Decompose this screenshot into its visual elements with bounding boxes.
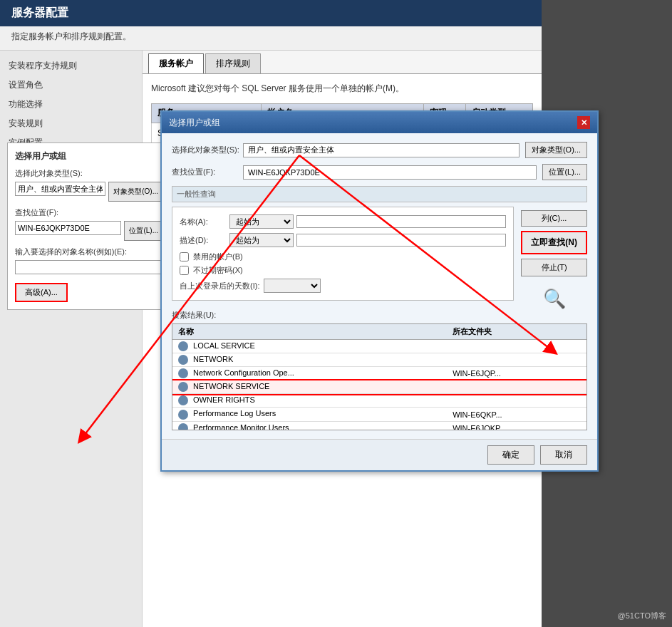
sidebar-item-install-rules[interactable]: 安装程序支持规则 xyxy=(0,56,142,76)
main-title: 服务器配置 xyxy=(0,0,542,26)
search-left: 名称(A): 起始为 描述(D): 起始为 xyxy=(172,207,514,310)
result-name: OWNER RIGHTS xyxy=(172,394,447,408)
search-main: 名称(A): 起始为 描述(D): 起始为 xyxy=(172,207,587,310)
bg-location-label: 查找位置(F): xyxy=(15,207,163,218)
user-icon xyxy=(178,382,188,392)
user-icon xyxy=(178,355,188,365)
result-name: Performance Log Users xyxy=(172,408,447,421)
results-label: 搜索结果(U): xyxy=(172,310,587,321)
bg-location-input[interactable] xyxy=(15,221,121,235)
result-folder xyxy=(447,353,586,367)
sidebar: 安装程序支持规则 设置角色 功能选择 安装规则 实例配置 磁盘空间要求 服务器配… xyxy=(0,51,143,627)
dialog-close-btn[interactable]: ✕ xyxy=(577,116,590,129)
bg-object-type-btn[interactable]: 对象类型(O)... xyxy=(108,182,163,202)
search-now-btn[interactable]: 立即查找(N) xyxy=(521,231,587,254)
list-item[interactable]: NETWORK xyxy=(172,353,586,367)
list-item[interactable]: Performance Log Users WIN-E6QKP... xyxy=(172,408,586,421)
dialog-title-bar: 选择用户或组 ✕ xyxy=(162,112,597,133)
name-condition-select[interactable]: 起始为 xyxy=(229,214,294,229)
dialog-footer: 确定 取消 xyxy=(162,439,597,470)
result-name: NETWORK SERVICE xyxy=(172,380,447,394)
tab-collation[interactable]: 排序规则 xyxy=(205,53,261,73)
dialog-body: 选择此对象类型(S): 对象类型(O)... 查找位置(F): 位置(L)...… xyxy=(162,133,597,439)
search-form: 名称(A): 起始为 描述(D): 起始为 xyxy=(172,207,514,301)
no-expire-pwd-label: 不过期密码(X) xyxy=(193,265,243,276)
main-subtitle: 指定服务帐户和排序规则配置。 xyxy=(0,26,542,51)
result-folder: WIN-E6QKP... xyxy=(447,408,586,421)
sidebar-item-install-rules2[interactable]: 安装规则 xyxy=(0,114,142,133)
result-name: NETWORK xyxy=(172,353,447,367)
user-icon xyxy=(178,368,188,378)
result-name: LOCAL SERVICE xyxy=(172,340,447,353)
sidebar-item-feature-select[interactable]: 功能选择 xyxy=(0,95,142,114)
bg-location-btn[interactable]: 位置(L)... xyxy=(124,221,163,241)
bg-input-label: 输入要选择的对象名称(例如)(E): xyxy=(15,247,163,257)
location-btn[interactable]: 位置(L)... xyxy=(542,164,587,180)
stop-btn[interactable]: 停止(T) xyxy=(521,259,587,276)
list-item[interactable]: LOCAL SERVICE xyxy=(172,340,586,353)
object-type-btn[interactable]: 对象类型(O)... xyxy=(525,142,587,158)
col-folder-header: 所在文件夹 xyxy=(447,324,586,340)
result-name: Network Configuration Ope... xyxy=(172,367,447,380)
cancel-btn[interactable]: 取消 xyxy=(540,445,587,465)
bg-object-type-input[interactable] xyxy=(15,182,105,196)
tabs-container: 服务帐户 排序规则 xyxy=(143,51,542,74)
disabled-accounts-row: 禁用的帐户(B) xyxy=(180,252,506,262)
desc-value-input[interactable] xyxy=(296,234,506,247)
name-value-input[interactable] xyxy=(296,215,506,228)
location-label: 查找位置(F): xyxy=(172,167,243,177)
name-search-row: 名称(A): 起始为 xyxy=(180,214,506,229)
result-name: Performance Monitor Users xyxy=(172,421,447,430)
results-table-wrapper: 名称 所在文件夹 LOCAL SERVICE xyxy=(172,323,587,430)
bg-object-input[interactable] xyxy=(15,260,163,274)
bg-select-user-dialog: 选择用户或组 选择此对象类型(S): 对象类型(O)... 查找位置(F): 位… xyxy=(7,142,171,310)
results-header-row: 名称 所在文件夹 xyxy=(172,324,586,340)
bg-dialog-title: 选择用户或组 xyxy=(15,150,163,162)
object-type-row: 选择此对象类型(S): 对象类型(O)... xyxy=(172,142,587,158)
tab-service-account[interactable]: 服务帐户 xyxy=(148,53,204,73)
desc-label: 描述(D): xyxy=(180,235,229,246)
user-icon xyxy=(178,395,188,405)
list-item[interactable]: NETWORK SERVICE xyxy=(172,380,586,394)
object-type-label: 选择此对象类型(S): xyxy=(172,145,243,155)
desc-condition-select[interactable]: 起始为 xyxy=(229,233,294,247)
sidebar-item-setup-role[interactable]: 设置角色 xyxy=(0,76,142,95)
select-user-dialog: 选择用户或组 ✕ 选择此对象类型(S): 对象类型(O)... 查找位置(F):… xyxy=(160,110,599,472)
col-name-header: 名称 xyxy=(172,324,447,340)
result-folder xyxy=(447,394,586,408)
search-buttons: 列(C)... 立即查找(N) 停止(T) 🔍 xyxy=(521,207,587,310)
search-icon-container: 🔍 xyxy=(521,288,587,310)
days-select[interactable] xyxy=(264,279,321,293)
result-folder: WIN-E6JQKP... xyxy=(447,421,586,430)
general-query-section: 一般性查询 xyxy=(172,186,587,202)
no-expire-pwd-checkbox[interactable] xyxy=(180,266,189,275)
no-expire-pwd-row: 不过期密码(X) xyxy=(180,265,506,276)
notice-text: Microsoft 建议您对每个 SQL Server 服务使用一个单独的帐户(… xyxy=(151,83,533,95)
location-input[interactable] xyxy=(243,165,537,180)
list-item[interactable]: Network Configuration Ope... WIN-E6JQP..… xyxy=(172,367,586,380)
list-item[interactable]: Performance Monitor Users WIN-E6JQKP... xyxy=(172,421,586,430)
subtitle-text: 指定服务帐户和排序规则配置。 xyxy=(11,31,131,41)
days-label: 自上次登录后的天数(I): xyxy=(180,281,259,291)
disabled-accounts-checkbox[interactable] xyxy=(180,252,189,261)
user-icon xyxy=(178,341,188,351)
results-section: 搜索结果(U): 名称 所在文件夹 LOCAL SERVICE xyxy=(172,310,587,430)
confirm-btn[interactable]: 确定 xyxy=(487,445,534,465)
advanced-btn[interactable]: 高级(A)... xyxy=(15,283,68,302)
result-folder xyxy=(447,340,586,353)
results-table: 名称 所在文件夹 LOCAL SERVICE xyxy=(172,324,586,430)
watermark: @51CTO博客 xyxy=(618,611,666,621)
name-label: 名称(A): xyxy=(180,217,229,227)
title-text: 服务器配置 xyxy=(11,6,68,19)
user-icon xyxy=(178,423,188,430)
result-folder: WIN-E6JQP... xyxy=(447,367,586,380)
bg-object-type-label: 选择此对象类型(S): xyxy=(15,168,163,179)
desc-search-row: 描述(D): 起始为 xyxy=(180,233,506,247)
col-btn[interactable]: 列(C)... xyxy=(521,210,587,227)
object-type-input[interactable] xyxy=(243,143,519,157)
user-icon xyxy=(178,410,188,420)
list-item[interactable]: OWNER RIGHTS xyxy=(172,394,586,408)
result-folder xyxy=(447,380,586,394)
dialog-title-text: 选择用户或组 xyxy=(169,117,220,129)
location-row: 查找位置(F): 位置(L)... xyxy=(172,164,587,180)
